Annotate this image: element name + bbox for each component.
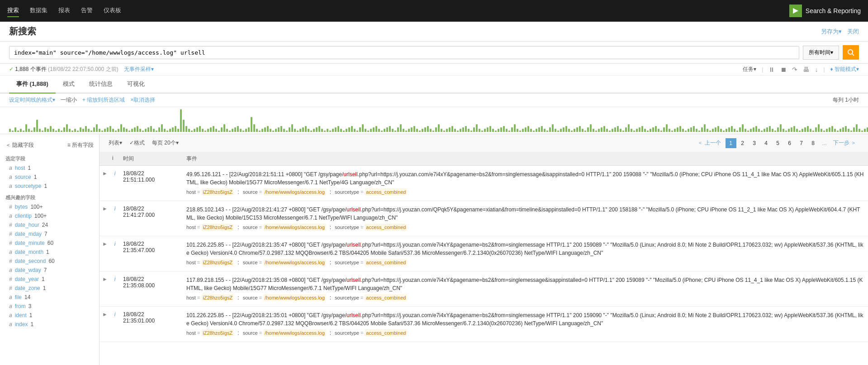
histogram-bar[interactable]: [707, 129, 708, 132]
histogram-bar[interactable]: [150, 126, 152, 132]
tag-value[interactable]: access_combined: [365, 329, 407, 337]
all-fields-button[interactable]: ≡ 所有字段: [67, 141, 94, 149]
histogram-bar[interactable]: [766, 127, 768, 132]
histogram-bar[interactable]: [335, 127, 337, 132]
expand-button[interactable]: ►: [100, 168, 110, 178]
histogram-bar[interactable]: [408, 129, 410, 132]
histogram-bar[interactable]: [451, 126, 453, 132]
task-button[interactable]: 任务▾: [743, 66, 756, 73]
nav-dashboards[interactable]: 仪表板: [104, 5, 121, 17]
histogram-bar[interactable]: [63, 127, 65, 132]
histogram-bar[interactable]: [633, 131, 635, 132]
prev-page-button[interactable]: ＜ 上一个: [695, 138, 723, 148]
histogram-bar[interactable]: [337, 126, 339, 132]
histogram-bar[interactable]: [734, 129, 735, 132]
histogram-bar[interactable]: [704, 124, 706, 132]
hide-fields-button[interactable]: ＜ 隐藏字段: [5, 141, 34, 149]
histogram-bar[interactable]: [758, 129, 760, 132]
histogram-bar[interactable]: [595, 131, 597, 132]
histogram-bar[interactable]: [731, 126, 733, 132]
histogram-bar[interactable]: [42, 131, 43, 132]
histogram-bar[interactable]: [384, 129, 385, 132]
histogram-bar[interactable]: [636, 129, 638, 132]
histogram-bar[interactable]: [506, 129, 508, 132]
histogram-bar[interactable]: [427, 126, 429, 132]
histogram-bar[interactable]: [546, 131, 548, 132]
histogram-bar[interactable]: [517, 129, 518, 132]
histogram-bar[interactable]: [587, 127, 589, 132]
histogram-bar[interactable]: [115, 131, 117, 132]
histogram-bar[interactable]: [240, 129, 242, 132]
histogram-bar[interactable]: [650, 129, 651, 132]
histogram-bar[interactable]: [601, 127, 602, 132]
pause-icon[interactable]: ⏸: [768, 66, 775, 73]
histogram-bar[interactable]: [831, 126, 833, 132]
histogram-bar[interactable]: [213, 126, 214, 132]
histogram-bar[interactable]: [761, 131, 763, 132]
histogram-bar[interactable]: [799, 131, 801, 132]
send-icon[interactable]: ↷: [792, 66, 797, 73]
histogram-bar[interactable]: [788, 129, 790, 132]
histogram-bar[interactable]: [223, 124, 225, 132]
histogram-bar[interactable]: [316, 127, 318, 132]
histogram-bar[interactable]: [109, 126, 111, 132]
histogram-bar[interactable]: [31, 131, 33, 132]
smart-mode-button[interactable]: ♦ 智能模式▾: [830, 66, 859, 73]
histogram-bar[interactable]: [422, 129, 423, 132]
histogram-bar[interactable]: [639, 127, 640, 132]
histogram-bar[interactable]: [446, 129, 448, 132]
histogram-bar[interactable]: [441, 129, 442, 132]
expand-button[interactable]: ►: [100, 309, 110, 319]
nav-alerts[interactable]: 告警: [81, 5, 93, 17]
histogram-bar[interactable]: [576, 127, 578, 132]
histogram-bar[interactable]: [622, 131, 624, 132]
histogram-bar[interactable]: [23, 131, 24, 132]
shrink-button[interactable]: 一缩小: [61, 96, 77, 104]
histogram-bar[interactable]: [169, 129, 171, 132]
histogram-bar[interactable]: [783, 129, 784, 132]
interesting-field-item[interactable]: #date_year1: [0, 275, 99, 284]
histogram-bar[interactable]: [305, 126, 307, 132]
histogram-bar[interactable]: [93, 127, 95, 132]
histogram-bar[interactable]: [438, 124, 440, 132]
tag-value[interactable]: /home/wwwlogs/access.log: [263, 294, 326, 302]
histogram-bar[interactable]: [514, 124, 516, 132]
histogram-bar[interactable]: [780, 124, 782, 132]
histogram-bar[interactable]: [400, 124, 402, 132]
tab-patterns[interactable]: 模式: [56, 75, 82, 94]
histogram-bar[interactable]: [631, 129, 632, 132]
histogram-bar[interactable]: [378, 129, 380, 132]
histogram-bar[interactable]: [367, 131, 369, 132]
histogram-bar[interactable]: [194, 129, 195, 132]
histogram-bar[interactable]: [77, 131, 79, 132]
histogram-bar[interactable]: [85, 126, 87, 132]
histogram-bar[interactable]: [834, 129, 836, 132]
selected-field-item[interactable]: asourcetype1: [0, 182, 99, 191]
histogram-bar[interactable]: [44, 127, 46, 132]
histogram-bar[interactable]: [256, 129, 258, 132]
histogram-bar[interactable]: [840, 129, 841, 132]
histogram-bar[interactable]: [137, 126, 138, 132]
interesting-field-item[interactable]: afile14: [0, 293, 99, 302]
histogram-bar[interactable]: [278, 127, 280, 132]
histogram-bar[interactable]: [454, 129, 456, 132]
histogram-bar[interactable]: [720, 129, 722, 132]
histogram-bar[interactable]: [677, 127, 678, 132]
histogram-bar[interactable]: [348, 127, 350, 132]
next-page-button[interactable]: 下一步 ＞: [830, 138, 859, 148]
histogram-bar[interactable]: [226, 129, 228, 132]
histogram-bar[interactable]: [810, 129, 811, 132]
histogram-bar[interactable]: [574, 129, 575, 132]
histogram-bar[interactable]: [166, 131, 168, 132]
tag-value[interactable]: /home/wwwlogs/access.log: [263, 259, 326, 267]
histogram-bar[interactable]: [204, 131, 206, 132]
histogram-bar[interactable]: [416, 129, 418, 132]
tag-value[interactable]: iZ28hzo5igsZ: [201, 329, 234, 337]
histogram-bar[interactable]: [313, 129, 315, 132]
histogram-bar[interactable]: [560, 129, 562, 132]
histogram-bar[interactable]: [237, 126, 239, 132]
histogram-bar[interactable]: [354, 129, 356, 132]
histogram-bar[interactable]: [375, 126, 377, 132]
histogram-bar[interactable]: [413, 126, 415, 132]
histogram-bar[interactable]: [188, 129, 190, 132]
